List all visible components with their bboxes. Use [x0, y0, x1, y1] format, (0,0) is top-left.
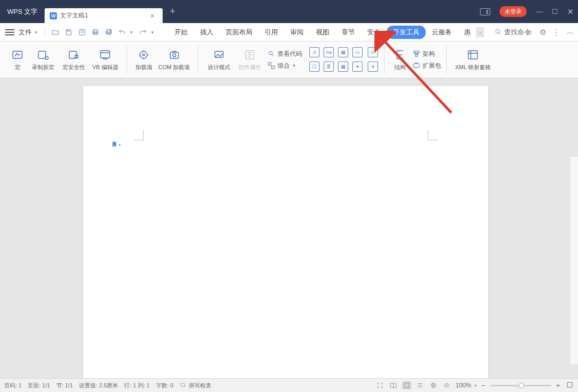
settings-icon[interactable]: ⚙	[540, 28, 546, 37]
control-date-icon[interactable]: ▦	[338, 61, 348, 72]
tab-review[interactable]: 审阅	[284, 26, 310, 39]
tab-security[interactable]: 安全	[361, 26, 387, 39]
tab-start[interactable]: 开始	[168, 26, 194, 39]
file-menu-caret-icon[interactable]: ▾	[35, 30, 37, 35]
fullscreen-view-icon[interactable]	[375, 381, 385, 389]
status-page-number[interactable]: 页码: 1	[4, 382, 22, 389]
web-view-icon[interactable]	[429, 381, 438, 389]
extension-icon	[412, 61, 421, 70]
zoom-in-button[interactable]: +	[554, 381, 562, 389]
document-canvas[interactable]: ▸	[0, 78, 578, 378]
more-icon[interactable]: ⋮	[552, 28, 560, 37]
view-code-button[interactable]: 查看代码	[267, 50, 302, 58]
outline-view-icon[interactable]	[415, 381, 425, 389]
svg-rect-4	[38, 51, 46, 58]
file-menu[interactable]: 文件	[18, 28, 32, 37]
read-view-icon[interactable]	[389, 381, 398, 389]
open-icon[interactable]	[51, 28, 60, 37]
status-word-count[interactable]: 字数: 0	[156, 382, 173, 389]
undo-caret-icon[interactable]: ▾	[130, 30, 133, 35]
close-tab-button[interactable]: ×	[148, 12, 156, 20]
status-section[interactable]: 节: 1/1	[56, 382, 73, 389]
redo-caret-icon[interactable]: ▾	[151, 30, 154, 35]
schema-button[interactable]: 架构	[412, 50, 441, 58]
structure-button[interactable]: 结构	[390, 48, 410, 71]
page[interactable]: ▸	[83, 86, 488, 378]
ribbon-group-xml: 结构 架构 扩展包	[385, 42, 446, 78]
com-addins-button[interactable]: COM 加载项	[155, 48, 193, 71]
tab-layout[interactable]: 页面布局	[220, 26, 258, 39]
new-tab-button[interactable]: +	[163, 0, 183, 23]
ribbon-group-controls: 设计模式 控件属性 查看代码 组合 ▾ A Aa ▩ ▭ ☐ ≣ ▦ ▾	[198, 42, 384, 78]
zoom-slider[interactable]	[490, 385, 551, 386]
document-tab[interactable]: 文字文稿1 ×	[45, 8, 163, 23]
redo-icon[interactable]	[138, 28, 148, 37]
control-more2-icon[interactable]: ▾	[368, 61, 378, 72]
save-icon[interactable]	[64, 28, 73, 37]
paragraph-handle[interactable]: ▸	[111, 140, 121, 149]
feedback-icon[interactable]: ☺	[526, 28, 533, 36]
undo-icon[interactable]	[117, 28, 127, 37]
zoom-caret-icon[interactable]: ▾	[474, 383, 476, 388]
page-view-icon[interactable]	[402, 381, 411, 389]
design-mode-button[interactable]: 设计模式	[204, 48, 234, 71]
tabs-overflow-button[interactable]: ›	[476, 27, 484, 37]
status-page[interactable]: 页面: 1/1	[28, 382, 50, 389]
tab-chapter[interactable]: 章节	[335, 26, 361, 39]
eye-care-icon[interactable]	[442, 381, 451, 389]
vb-editor-label: VB 编辑器	[92, 64, 118, 71]
control-list-icon[interactable]: ≣	[324, 61, 334, 72]
spell-check-button[interactable]: 拼写检查	[180, 382, 211, 389]
side-panel-strip[interactable]	[570, 157, 578, 364]
tab-view[interactable]: 视图	[310, 26, 335, 39]
minimize-button[interactable]: —	[532, 8, 547, 15]
xml-map-button[interactable]: XML 映射窗格	[452, 48, 493, 71]
schema-label: 架构	[423, 50, 435, 58]
control-picture-icon[interactable]: ▩	[338, 47, 348, 57]
close-window-button[interactable]: ✕	[563, 7, 578, 16]
print-preview-icon[interactable]	[77, 28, 87, 37]
zoom-slider-knob[interactable]	[519, 383, 524, 388]
zoom-level[interactable]: 100%	[455, 382, 471, 389]
hamburger-icon[interactable]	[5, 29, 14, 35]
tab-insert[interactable]: 插入	[194, 26, 220, 39]
controls-grid: A Aa ▩ ▭ ☐ ≣ ▦ ▾	[309, 47, 364, 73]
status-row-col[interactable]: 行: 1 列: 1	[124, 382, 150, 389]
macro-icon	[11, 48, 24, 61]
macro-button[interactable]: 宏	[7, 48, 28, 71]
control-combobox-icon[interactable]: ▭	[352, 47, 363, 57]
tab-reference[interactable]: 引用	[258, 26, 284, 39]
control-props-icon	[243, 48, 256, 61]
control-text-icon[interactable]: A	[309, 47, 320, 57]
control-checkbox-icon[interactable]: ☐	[309, 61, 320, 72]
maximize-button[interactable]: ☐	[547, 8, 563, 15]
svg-rect-21	[468, 51, 477, 59]
status-setting[interactable]: 设置值: 2.5厘米	[79, 382, 118, 389]
collapse-ribbon-icon[interactable]: ︿	[566, 27, 574, 37]
zoom-out-button[interactable]: −	[480, 381, 487, 389]
tab-cloud[interactable]: 云服务	[426, 26, 458, 39]
control-dropdown-icon[interactable]: ▾	[352, 61, 363, 72]
title-bar: WPS 文字 文字文稿1 × + 未登录 — ☐ ✕	[0, 0, 578, 23]
macro-security-button[interactable]: 宏安全性	[58, 48, 89, 71]
tab-hui[interactable]: 惠	[458, 26, 477, 39]
control-richtext-icon[interactable]: Aa	[324, 47, 334, 57]
addins-button[interactable]: 加载项	[132, 48, 155, 71]
svg-rect-25	[405, 383, 409, 387]
extension-button[interactable]: 扩展包	[412, 61, 441, 70]
group-caret-icon: ▾	[293, 63, 295, 68]
fit-page-button[interactable]	[566, 381, 574, 390]
print-icon[interactable]	[91, 28, 100, 37]
layout-icon[interactable]	[480, 8, 490, 15]
group-button[interactable]: 组合 ▾	[267, 61, 302, 70]
svg-point-11	[173, 54, 176, 57]
document-icon	[50, 12, 57, 19]
print-direct-icon[interactable]	[104, 28, 113, 37]
tab-developer[interactable]: 开发工具	[387, 26, 426, 39]
svg-rect-28	[567, 382, 572, 387]
record-macro-button[interactable]: 录制新宏	[28, 48, 58, 71]
control-props-label: 控件属性	[238, 64, 261, 71]
vb-editor-button[interactable]: VB 编辑器	[89, 48, 122, 71]
login-button[interactable]: 未登录	[500, 6, 527, 17]
control-more1-icon[interactable]: ▭	[368, 47, 378, 57]
